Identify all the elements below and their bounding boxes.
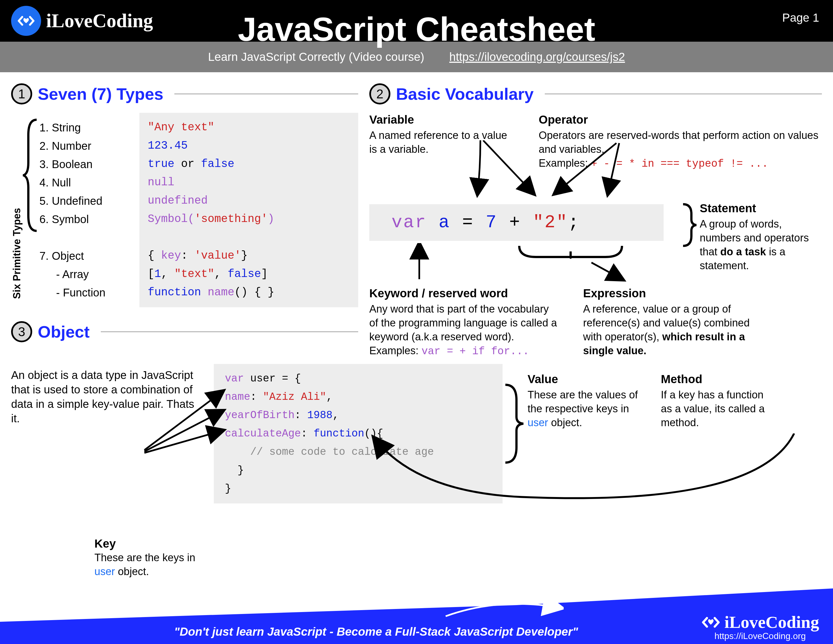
code-heart-icon	[701, 613, 720, 632]
ex-or: or	[174, 158, 201, 170]
oc-brace: = {	[282, 373, 301, 385]
ex-false: false	[201, 158, 234, 170]
section-1-num: 1	[11, 83, 32, 105]
arr-1: 1	[154, 268, 161, 280]
kw-h: Keyword / reserved word	[369, 287, 558, 300]
tok-semi: ;	[568, 213, 580, 233]
course-link[interactable]: https://ilovecoding.org/courses/js2	[449, 50, 625, 64]
obj-b1: {	[148, 250, 161, 262]
types-list: 1. String 2. Number 3. Boolean 4. Null 5…	[39, 113, 139, 307]
footer-quote: "Don't just learn JavaScript - Become a …	[174, 625, 578, 638]
obj-val: 'value'	[195, 250, 241, 262]
key-h: Key	[95, 537, 217, 551]
section-1-header: 1 Seven (7) Types	[11, 83, 358, 105]
ex-true: true	[148, 158, 174, 170]
type-function: - Function	[39, 283, 139, 302]
footer-logo: iLoveCoding https://iLoveCoding.org	[701, 612, 819, 641]
key-t1: These are the keys in	[95, 552, 195, 564]
val-t3: object.	[548, 417, 582, 428]
ex-undef: undefined	[148, 195, 208, 207]
object-code: var user = { name: "Aziz Ali", yearOfBir…	[214, 364, 503, 504]
arr-f: false	[221, 268, 261, 280]
primitive-types-label: Six Primitive Types	[11, 113, 23, 307]
divider	[174, 93, 358, 95]
object-desc: An object is a data type in JavaScript t…	[11, 364, 206, 426]
brace-icon	[23, 113, 39, 307]
st-t2: do a task	[720, 246, 766, 258]
footer-arrow-icon	[444, 599, 564, 619]
tok-a: a	[439, 213, 450, 233]
vocab-code: var a = 7 + "2";	[369, 204, 664, 241]
type-undefined: 5. Undefined	[39, 192, 139, 210]
tok-plus: +	[509, 213, 521, 233]
brace-right-icon	[680, 203, 697, 247]
fn-kw: function	[148, 286, 208, 299]
oc-user: user	[244, 373, 282, 385]
tok-eq: =	[462, 213, 474, 233]
operator-t: Operators are reserved-words that perfor…	[539, 128, 822, 156]
arr-b1: [	[148, 268, 154, 280]
oc-cb1: }	[225, 464, 244, 476]
page-number: Page 1	[782, 11, 819, 24]
section-3-title: Object	[38, 322, 90, 341]
fn-body: () { }	[234, 286, 274, 299]
keyword-def: Keyword / reserved word Any word that is…	[369, 287, 558, 358]
tok-7: 7	[486, 213, 497, 233]
meth-h: Method	[661, 372, 777, 386]
section-3-header: 3 Object	[11, 321, 358, 342]
tok-var: var	[391, 213, 427, 233]
footer-url[interactable]: https://iLoveCoding.org	[714, 631, 806, 641]
section-2-header: 2 Basic Vocabulary	[369, 83, 822, 105]
arr-t: "text"	[168, 268, 214, 280]
ex-null: null	[148, 176, 174, 188]
oc-name-k: name	[225, 391, 250, 403]
kw-ex: var = + if for...	[421, 345, 529, 357]
oc-calc-k: calculateAge	[225, 428, 301, 440]
meth-t: If a key has a function as a value, its …	[661, 388, 777, 430]
variable-def: Variable A named reference to a value is…	[369, 113, 514, 171]
divider	[545, 93, 822, 95]
oc-name-v: "Aziz Ali"	[263, 391, 326, 403]
variable-h: Variable	[369, 113, 514, 127]
statement-def: Statement A group of words, numbers and …	[700, 201, 822, 272]
footer: "Don't just learn JavaScript - Become a …	[0, 588, 833, 644]
type-boolean: 3. Boolean	[39, 155, 139, 173]
key-t3: object.	[115, 566, 149, 577]
kw-t: Any word that is part of the vocabulary …	[369, 302, 558, 344]
obj-b2: }	[241, 250, 248, 262]
type-null: 4. Null	[39, 173, 139, 192]
section-3-num: 3	[11, 321, 32, 342]
oc-c3: :	[301, 428, 314, 440]
val-h: Value	[527, 372, 644, 386]
divider	[101, 331, 358, 332]
key-user: user	[95, 566, 115, 577]
footer-brand: iLoveCoding	[724, 612, 819, 632]
section-2-num: 2	[369, 83, 391, 105]
val-user: user	[527, 417, 548, 428]
oc-fnb: (){	[364, 428, 383, 440]
obj-key: key	[161, 250, 181, 262]
fn-name: name	[208, 286, 234, 299]
exp-h: Expression	[583, 287, 750, 300]
oc-cb2: }	[225, 483, 231, 494]
op-ex: + - = * in === typeof != ...	[591, 158, 768, 170]
ex-string: "Any text"	[148, 121, 214, 134]
section-2-title: Basic Vocabulary	[396, 84, 534, 104]
oc-yob-k: yearOfBirth	[225, 409, 294, 421]
val-t1: These are the values of the respective k…	[527, 389, 638, 414]
oc-fn: function	[314, 428, 364, 440]
brand-text: iLoveCoding	[46, 10, 153, 32]
ex-sym1: Symbol(	[148, 213, 195, 225]
logo-badge	[11, 6, 41, 36]
types-examples: "Any text" 123.45 true or false null und…	[139, 113, 358, 307]
kw-ex-l: Examples:	[369, 345, 421, 356]
ex-sym3: )	[268, 213, 274, 225]
arr-c2: ,	[214, 268, 221, 280]
oc-c1: :	[250, 391, 263, 403]
section-1-title: Seven (7) Types	[38, 84, 163, 104]
oc-var: var	[225, 373, 244, 385]
oc-c2: :	[294, 409, 307, 421]
arr-c1: ,	[161, 268, 168, 280]
oc-yob-v: 1988	[307, 409, 332, 421]
brace-values-icon	[503, 383, 525, 464]
